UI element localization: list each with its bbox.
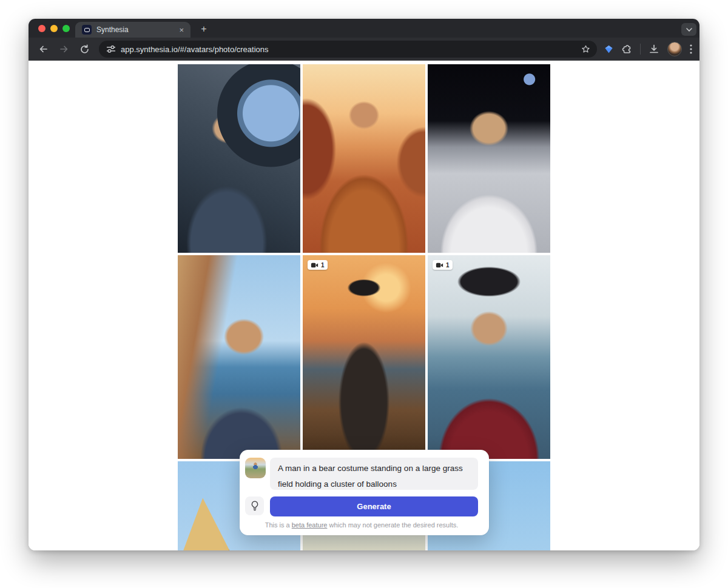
browser-toolbar: app.synthesia.io/#/avatars/photo/creatio… [29, 38, 699, 61]
gallery-photo-pirate-redcoat[interactable]: 1 [428, 255, 550, 459]
chevron-down-icon [686, 27, 693, 32]
lightbulb-icon [251, 501, 259, 511]
tab-title: Synthesia [96, 25, 172, 34]
toolbar-divider [640, 44, 641, 55]
minimize-window-button[interactable] [50, 25, 58, 32]
video-camera-icon [436, 262, 443, 268]
profile-avatar[interactable] [667, 42, 682, 56]
new-tab-button[interactable]: + [198, 24, 209, 35]
toolbar-actions [604, 42, 692, 56]
traffic-lights [38, 25, 70, 32]
gallery-photo-mars-astronaut[interactable] [303, 64, 425, 253]
synthesia-favicon [82, 25, 92, 35]
video-count-badge: 1 [433, 260, 453, 270]
page-content: 1 1 A man in a bear costume standing on … [29, 61, 699, 550]
source-photo-thumbnail[interactable] [245, 458, 266, 478]
beta-disclaimer-suffix: which may not generate the desired resul… [327, 521, 458, 529]
gallery-photo-pirate-deck[interactable]: 1 [303, 255, 425, 459]
browser-window: Synthesia × + [29, 19, 699, 550]
forward-button[interactable] [55, 41, 72, 58]
beta-disclaimer: This is a beta feature which may not gen… [245, 521, 478, 535]
gallery-photo-spaceship[interactable] [178, 64, 300, 253]
video-count: 1 [446, 262, 450, 269]
video-count-badge: 1 [308, 260, 328, 270]
zoom-window-button[interactable] [62, 25, 70, 32]
forward-arrow-icon [59, 44, 69, 54]
download-icon[interactable] [649, 44, 659, 55]
ideas-button[interactable] [245, 496, 264, 515]
extension-gem-icon[interactable] [604, 44, 613, 54]
back-button[interactable] [35, 41, 52, 58]
prompt-input[interactable]: A man in a bear costume standing on a la… [270, 458, 478, 490]
tab-close-icon[interactable]: × [177, 25, 186, 35]
generate-button[interactable]: Generate [270, 496, 478, 516]
beta-feature-link[interactable]: beta feature [292, 521, 328, 529]
extensions-puzzle-icon[interactable] [621, 44, 632, 55]
bookmark-star-icon[interactable] [581, 44, 591, 55]
gallery-photo-boat-selfie[interactable] [178, 255, 300, 459]
tab-search-button[interactable] [681, 23, 696, 36]
tab-strip: Synthesia × + [29, 19, 699, 38]
reload-icon [79, 44, 90, 55]
close-window-button[interactable] [38, 25, 46, 32]
generate-prompt-card: A man in a bear costume standing on a la… [240, 450, 489, 535]
reload-button[interactable] [76, 41, 93, 58]
back-arrow-icon [38, 44, 49, 54]
tab-synthesia[interactable]: Synthesia × [75, 22, 190, 38]
url-text[interactable]: app.synthesia.io/#/avatars/photo/creatio… [121, 45, 576, 54]
video-camera-icon [311, 262, 318, 268]
address-bar[interactable]: app.synthesia.io/#/avatars/photo/creatio… [99, 41, 597, 58]
kebab-menu-icon[interactable] [690, 44, 692, 54]
site-settings-icon [106, 45, 116, 53]
video-count: 1 [321, 262, 325, 269]
gallery-photo-moon-astronaut[interactable] [428, 64, 550, 253]
beta-disclaimer-prefix: This is a [265, 521, 292, 529]
